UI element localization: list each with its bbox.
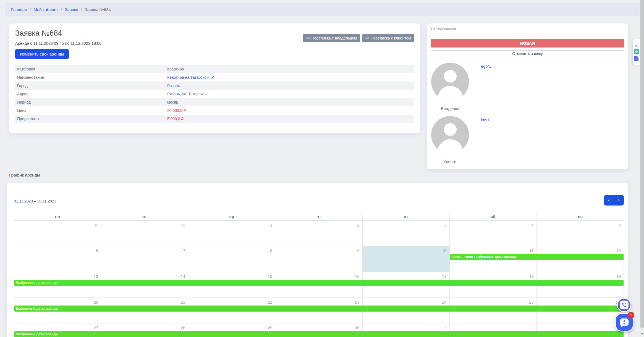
day-number: 14 — [101, 274, 185, 279]
deal-status-card: Статус сделки НОВАЯ Отменить заявку egor… — [427, 23, 628, 169]
owner-chat-button[interactable]: ✉ Переписка с владельцем — [303, 34, 360, 42]
settings-gear-icon[interactable]: ⚙ — [634, 49, 639, 54]
side-panel-tab: « ⚙ — [633, 39, 640, 65]
calendar-card: 01.11.2023 – 30.11.2023 ‹ › пнвтсрчтптсб… — [7, 183, 628, 337]
info-row-label: Предоплата — [15, 117, 167, 121]
calendar-day-cell[interactable]: 8 — [188, 246, 275, 272]
phone-icon — [620, 301, 629, 309]
day-number: 9 — [275, 248, 359, 253]
day-number: 17 — [363, 274, 447, 279]
day-number: 31 — [101, 223, 185, 227]
collapse-panel-icon[interactable]: « — [635, 43, 638, 48]
calendar-weeks: 303112345678910111209:45 - 18:00 Выбранн… — [14, 221, 624, 337]
breadcrumb-requests-link[interactable]: Заявки — [65, 7, 78, 12]
rental-dates-event-bar[interactable]: Выбранные даты аренды — [14, 306, 624, 312]
breadcrumb-cabinet-link[interactable]: Мой кабинет — [33, 7, 58, 12]
info-row: ГородРязань — [15, 81, 414, 90]
calendar-day-cell[interactable]: 2 — [275, 221, 362, 246]
deal-status-label: Статус сделки — [431, 27, 456, 31]
info-row-value: Рязань — [167, 83, 180, 88]
info-row-label: Адрес — [15, 92, 167, 96]
calendar-day-cell[interactable]: 30 — [14, 221, 101, 246]
info-row-value: 5 000,0 ₽ — [167, 117, 184, 121]
calendar-day-cell[interactable]: 5 — [537, 221, 624, 246]
day-number: 3 — [363, 223, 447, 227]
weekday-header-cell: вт — [101, 213, 188, 220]
calendar-date-range: 01.11.2023 – 30.11.2023 — [14, 199, 56, 203]
calendar-day-cell[interactable]: 3 — [363, 221, 450, 246]
document-icon[interactable] — [634, 56, 638, 61]
breadcrumb-current: Заявка №684 — [85, 7, 111, 12]
calendar-table: пнвтсрчтптсбвс 303112345678910111209:45 … — [14, 213, 624, 337]
calendar-day-cell[interactable]: 1 — [188, 221, 275, 246]
request-info-table: КатегорияКвартираНаименованиеКвартира на… — [15, 65, 414, 123]
owner-role-label: Владелец — [431, 106, 469, 111]
prev-month-button[interactable]: ‹ — [604, 195, 614, 206]
avatar-head-shape — [444, 70, 457, 83]
day-number: 2 — [275, 223, 359, 227]
day-number: 30 — [14, 223, 98, 227]
page-scrollbar[interactable]: ▼ — [640, 0, 644, 337]
avatar-head-shape — [444, 123, 457, 136]
info-row: АдресРязань, ул. Татарская — [15, 90, 414, 98]
request-card: Заявка №684 Аренда с 11.11.2023 09:45 по… — [9, 23, 420, 133]
breadcrumb-home-link[interactable]: Главная — [11, 7, 27, 12]
rental-dates-event-bar[interactable]: Выбранные даты аренды — [14, 280, 624, 286]
day-number: 15 — [188, 274, 272, 279]
calendar-week-row: 13141516171819Выбранные даты аренды — [14, 272, 624, 298]
calendar-day-cell[interactable]: 31 — [101, 221, 188, 246]
breadcrumb: Главная / Мой кабинет / Заявки / Заявка … — [5, 3, 640, 16]
day-number: 1 — [188, 223, 272, 227]
weekday-header-cell: чт — [275, 213, 362, 220]
avatar-shoulders-shape — [438, 86, 463, 101]
change-term-button[interactable]: Изменить срок аренды — [15, 49, 69, 59]
client-username-link[interactable]: kris1 — [481, 118, 489, 122]
day-number: 20 — [14, 300, 98, 304]
weekday-header-cell: сб — [450, 213, 537, 220]
page-title: Заявка №684 — [15, 29, 62, 38]
info-row: Предоплата5 000,0 ₽ — [15, 115, 414, 123]
edit-icon[interactable] — [210, 75, 215, 80]
info-row-label: Категория — [15, 67, 167, 71]
owner-username-link[interactable]: egor1 — [481, 64, 491, 69]
status-badge[interactable]: НОВАЯ — [431, 39, 624, 48]
scrollbar-thumb[interactable] — [640, 0, 644, 328]
client-chat-button[interactable]: ✉ Переписка с клиентом — [362, 34, 414, 42]
calendar-day-cell[interactable]: 7 — [101, 246, 188, 272]
calendar-day-cell[interactable]: 4 — [450, 221, 537, 246]
rental-dates-event-bar[interactable]: 09:45 - 18:00 Выбранные даты аренды — [450, 254, 624, 260]
chat-buttons-group: ✉ Переписка с владельцем ✉ Переписка с к… — [303, 34, 414, 42]
info-row-label: Город — [15, 83, 167, 88]
info-row-label: Цена — [15, 108, 167, 113]
calendar-day-cell[interactable]: 6 — [14, 246, 101, 272]
rental-dates-event-bar[interactable]: Выбранные даты аренды — [14, 331, 624, 337]
chat-bubble-icon — [619, 317, 630, 328]
day-number: 13 — [14, 274, 98, 279]
weekday-header-cell: вс — [537, 213, 624, 220]
day-number: 26 — [537, 300, 621, 304]
chat-widget-button[interactable]: 1 — [615, 313, 633, 331]
calendar-week-row: 303112345 — [14, 221, 624, 246]
calendar-week-row: 678910111209:45 - 18:00 Выбранные даты а… — [14, 246, 624, 272]
breadcrumb-separator: / — [81, 7, 82, 12]
calendar-day-cell[interactable]: 9 — [275, 246, 362, 272]
unread-count-badge: 1 — [628, 312, 634, 318]
property-link[interactable]: Квартира на Татарской — [167, 75, 209, 80]
day-number: 1 — [363, 325, 447, 330]
scroll-down-arrow-icon[interactable]: ▼ — [640, 332, 644, 335]
calendar-week-row: 20212223242526Выбранные даты аренды — [14, 298, 624, 323]
breadcrumb-separator: / — [30, 7, 31, 12]
info-row: Периодмесяц — [15, 98, 414, 106]
rental-period-text: Аренда с 11.11.2023 09:45 по 11.12.2023 … — [15, 41, 101, 46]
calendar-day-cell[interactable]: 10 — [363, 246, 450, 272]
day-number: 4 — [450, 223, 534, 227]
cancel-request-button[interactable]: Отменить заявку — [431, 50, 624, 57]
weekday-header-cell: ср — [188, 213, 275, 220]
next-month-button[interactable]: › — [614, 195, 624, 206]
calendar-nav: ‹ › — [604, 195, 624, 206]
day-number: 30 — [275, 325, 359, 330]
info-row-value: месяц — [167, 100, 178, 104]
weekday-header-cell: пт — [363, 213, 450, 220]
call-widget-button[interactable] — [617, 298, 631, 312]
client-avatar — [431, 116, 469, 154]
